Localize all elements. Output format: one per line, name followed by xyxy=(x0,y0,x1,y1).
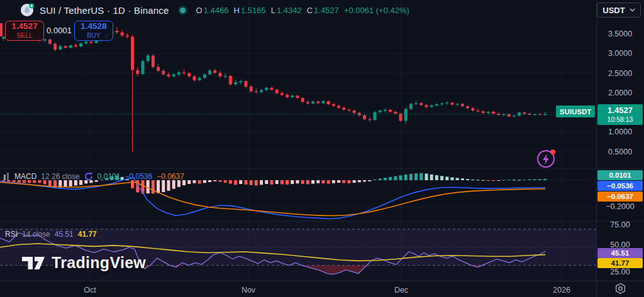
open-label: O xyxy=(196,6,203,15)
sell-button[interactable]: 1.4527 SELL xyxy=(5,21,44,41)
time-axis-label: Nov xyxy=(242,286,255,294)
price-axis-label: 2.5000 xyxy=(596,69,644,78)
time-axis-label: Dec xyxy=(394,286,408,294)
rsi-title[interactable]: RSI xyxy=(5,230,18,239)
price-axis-label: 3.0000 xyxy=(596,49,644,58)
macd-hist-value: 0.0101 xyxy=(97,172,121,181)
close-value: 1.4527 xyxy=(314,6,339,15)
last-price-chip: 1.4527 10:58:13 xyxy=(597,104,643,125)
macd-signal-chip: −0.0637 xyxy=(597,192,643,202)
macd-axis-label: −0.2000 xyxy=(596,202,644,211)
rsi-ma-value: 41.77 xyxy=(78,230,97,239)
market-status-icon[interactable] xyxy=(180,8,186,13)
boost-lightning-icon[interactable] xyxy=(536,146,558,173)
trading-chart-app: SUI / TetherUS · 1D · Binance O1.4466 H1… xyxy=(0,0,644,297)
currency-dropdown[interactable]: USDT xyxy=(597,3,641,18)
high-label: H xyxy=(234,6,240,15)
chevron-down-icon xyxy=(630,8,635,12)
macd-signal-value: −0.0637 xyxy=(157,172,184,181)
chart-header: SUI / TetherUS · 1D · Binance O1.4466 H1… xyxy=(20,3,409,17)
time-axis-label: 2026 xyxy=(553,286,570,294)
spread-value: 0.0001 xyxy=(44,26,74,35)
rsi-legend[interactable]: RSI 14 close 45.51 41.77 xyxy=(5,230,97,239)
macd-line-value: −0.0536 xyxy=(125,172,152,181)
rsi-value: 45.51 xyxy=(55,230,74,239)
sell-price: 1.4527 xyxy=(11,22,37,30)
last-price-value: 1.4527 xyxy=(608,106,633,115)
close-label: C xyxy=(307,6,313,15)
tradingview-logo-icon xyxy=(21,256,45,271)
price-axis-label: 0.5000 xyxy=(596,148,644,156)
change-value: +0.0061 (+0.42%) xyxy=(344,6,409,15)
sui-coin-icon xyxy=(20,3,34,17)
symbol-tag: SUIUSDT xyxy=(556,105,595,117)
rsi-params: 14 close xyxy=(22,230,50,239)
time-axis-label: Oct xyxy=(84,286,96,294)
rsi-axis-25: 25.00 xyxy=(596,267,644,276)
tradingview-watermark[interactable]: TradingView xyxy=(21,254,146,272)
rsi-axis-75: 75.00 xyxy=(596,220,644,229)
high-value: 1.5165 xyxy=(241,6,266,15)
macd-signal-line xyxy=(0,182,545,216)
time-axis[interactable] xyxy=(0,281,644,297)
open-value: 1.4466 xyxy=(204,6,229,15)
rsi-ma-chip: 41.77 xyxy=(597,258,643,268)
rsi-value-chip: 45.51 xyxy=(597,248,643,258)
price-axis-label: 3.5000 xyxy=(596,30,644,38)
tradingview-logo-text: TradingView xyxy=(52,254,146,272)
candles xyxy=(2,27,547,152)
buy-price: 1.4528 xyxy=(80,22,106,30)
price-gridlines xyxy=(0,34,596,152)
buy-label: BUY xyxy=(87,31,101,40)
price-axis-label: 1.0000 xyxy=(596,127,644,136)
indicator-panel-icon xyxy=(4,173,10,180)
edge-candle-sliver xyxy=(0,23,3,36)
macd-legend[interactable]: MACD 12 26 close 0.0101 −0.0536 −0.0637 xyxy=(4,172,184,181)
macd-line-chip: −0.0536 xyxy=(597,181,643,191)
loading-icon xyxy=(84,172,93,181)
currency-label: USDT xyxy=(602,6,625,15)
price-axis-label: 2.0000 xyxy=(596,89,644,97)
bar-countdown: 10:58:13 xyxy=(608,115,633,124)
gear-icon[interactable] xyxy=(614,283,626,297)
sell-label: SELL xyxy=(16,31,33,40)
buy-button[interactable]: 1.4528 BUY xyxy=(74,21,113,41)
macd-params: 12 26 close xyxy=(41,172,79,181)
ohlc-readout: O1.4466 H1.5165 L1.4342 C1.4527 +0.0061 … xyxy=(196,6,409,15)
low-value: 1.4342 xyxy=(277,6,302,15)
symbol-title[interactable]: SUI / TetherUS · 1D · Binance xyxy=(40,5,169,16)
macd-title[interactable]: MACD xyxy=(14,172,36,181)
macd-hist-chip: 0.0101 xyxy=(597,170,643,180)
low-label: L xyxy=(271,6,275,15)
